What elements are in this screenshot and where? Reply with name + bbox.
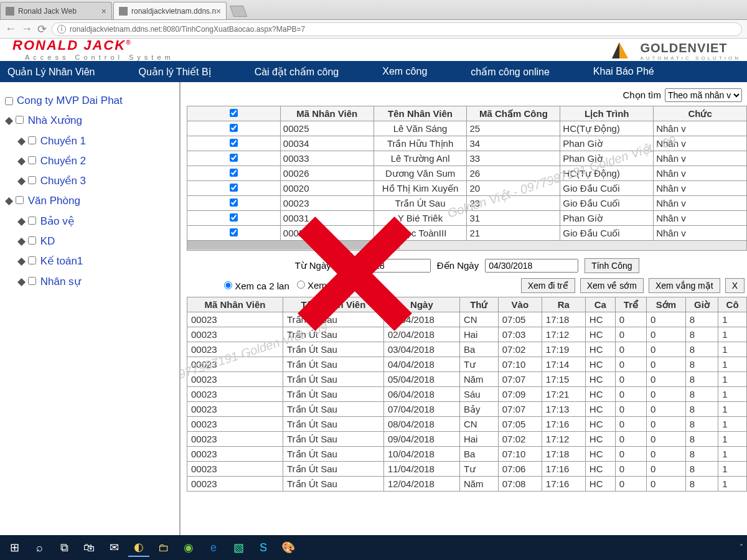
radio-2lan[interactable]: Xem ca 2 lan <box>224 281 289 291</box>
tree-leaf[interactable]: ◆ Nhân sự <box>17 272 174 292</box>
reload-icon[interactable]: ⟳ <box>37 22 47 36</box>
scrollbar-thumb[interactable] <box>187 241 400 250</box>
col-header: Thứ <box>459 297 498 312</box>
table-row[interactable]: 00023Trần Út Sau05/04/2018Năm07:0717:15H… <box>187 372 747 387</box>
edge-icon[interactable]: e <box>203 538 224 557</box>
app-icon-2[interactable]: ▧ <box>228 538 249 557</box>
system-tray[interactable]: ˄ <box>740 543 743 552</box>
nav-item-2[interactable]: Cài đặt chấm công <box>255 66 339 78</box>
view-button-0[interactable]: Xem đi trể <box>521 278 575 293</box>
new-tab-button[interactable] <box>230 6 248 17</box>
table-row[interactable]: 00023Trần Út Sau10/04/2018Ba07:1017:18HC… <box>187 447 747 462</box>
app-icon-1[interactable]: ◉ <box>178 538 199 557</box>
radio-6lan[interactable]: Xem ca 6 lần <box>297 280 362 291</box>
row-checkbox[interactable] <box>230 184 238 192</box>
explorer-icon[interactable]: 🗀 <box>153 538 174 557</box>
horiz-scrollbar[interactable] <box>187 241 747 251</box>
view-mode-radios: Xem ca 2 lan Xem ca 6 lần <box>224 280 362 291</box>
row-checkbox[interactable] <box>230 198 238 207</box>
table-row[interactable]: 00023Trần Út Sau03/04/2018Ba07:0217:19HC… <box>187 342 747 357</box>
close-icon[interactable]: × <box>216 6 221 16</box>
tree-leaf[interactable]: ◆ Kế toán1 <box>17 251 174 271</box>
back-icon[interactable]: ← <box>5 22 16 35</box>
row-checkbox[interactable] <box>230 124 238 132</box>
table-row[interactable]: 00034Trần Hữu Thịnh34Phan GiờNhân v <box>187 136 747 151</box>
row-checkbox[interactable] <box>230 139 238 147</box>
skype-icon[interactable]: S <box>253 538 274 557</box>
mail-icon[interactable]: ✉ <box>103 538 125 557</box>
partner-logo: GOLDENVIET AUTOMATIC SOLUTION <box>612 41 741 61</box>
col-header: Vào <box>498 297 542 312</box>
col-header: Giờ <box>685 297 718 312</box>
nav-item-1[interactable]: Quản lý Thiết Bị <box>138 66 210 78</box>
tree-root[interactable]: Cong ty MVP Dai Phat <box>5 91 174 111</box>
table-row[interactable]: 00023Trần Út Sau02/04/2018Hai07:0317:12H… <box>187 327 747 342</box>
table-row[interactable]: 00025Lê Văn Sáng25HC(Tự Động)Nhân v <box>187 121 747 136</box>
row-checkbox[interactable] <box>230 154 238 162</box>
url-field[interactable]: i ronaldjackvietnam.ddns.net:8080/TinhCo… <box>52 22 742 36</box>
tree-leaf[interactable]: ◆ Chuyền 1 <box>17 131 174 151</box>
table-row[interactable]: 00023Trần Út Sau04/04/2018Tư07:1017:14HC… <box>187 357 747 372</box>
col-header: Ngày <box>383 297 459 312</box>
view-button-1[interactable]: Xem về sớm <box>580 278 644 293</box>
table-row[interactable]: 00023Trần Út Sau01/04/2018CN07:0517:18HC… <box>187 312 747 327</box>
start-icon[interactable]: ⊞ <box>4 538 25 557</box>
row-checkbox[interactable] <box>230 213 238 222</box>
nav-item-0[interactable]: Quản Lý Nhân Viên <box>7 66 95 78</box>
org-tree: Cong ty MVP Dai Phat◆ Nhà Xưởng◆ Chuyền … <box>5 91 174 292</box>
browser-tab-0[interactable]: Ronald Jack Web × <box>0 2 112 19</box>
store-icon[interactable]: 🛍 <box>78 538 100 557</box>
row-checkbox[interactable] <box>230 228 238 236</box>
table-row[interactable]: 00031Y Bié Triêk31Phan GiờNhân v <box>187 211 747 226</box>
row-checkbox[interactable] <box>230 169 238 177</box>
nav-item-3[interactable]: Xem công <box>382 66 427 77</box>
windows-taskbar: ⊞ ⌕ ⧉ 🛍 ✉ ◐ 🗀 ◉ e ▧ S 🎨 ˄ <box>0 535 747 560</box>
table-row[interactable]: 00023Trần Út Sau12/04/2018Năm07:0817:16H… <box>187 477 747 492</box>
filter-select[interactable]: Theo mã nhân v <box>665 88 742 102</box>
col-header: Lịch Trình <box>560 106 654 121</box>
table-row[interactable]: 00023Trần Út Sau07/04/2018Bảy07:0717:13H… <box>187 402 747 417</box>
brand-tagline: Access Control System <box>25 54 174 61</box>
table-row[interactable]: 00023Trần Út Sau11/04/2018Tư07:0617:16HC… <box>187 462 747 477</box>
tree-leaf[interactable]: ◆ Bảo vệ <box>17 212 174 231</box>
view-button-3[interactable]: X <box>725 278 745 293</box>
col-header: Tên Nhân Viên <box>374 106 467 121</box>
nav-item-4[interactable]: chấm công online <box>471 66 550 78</box>
select-all-checkbox[interactable] <box>230 109 238 117</box>
table-row[interactable]: 00026Dương Văn Sum26HC(Tự Động)Nhân v <box>187 166 747 181</box>
from-date-input[interactable] <box>337 259 431 273</box>
forward-icon[interactable]: → <box>21 22 32 35</box>
tray-chevron-icon[interactable]: ˄ <box>740 543 743 552</box>
table-row[interactable]: 00020Hồ Thị Kim Xuyến20Gio Đầu CuốiNhân … <box>187 181 747 196</box>
taskview-icon[interactable]: ⧉ <box>54 538 75 557</box>
table-row[interactable]: 00023Trần Út Sau06/04/2018Sáu07:0917:21H… <box>187 387 747 402</box>
table-row[interactable]: 00023Trần Út Sau08/04/2018CN07:0517:16HC… <box>187 417 747 432</box>
table-row[interactable]: 00023Trần Út Sau23Gio Đầu CuốiNhân v <box>187 196 747 211</box>
tree-node[interactable]: ◆ Văn Phòng <box>5 191 174 211</box>
view-button-2[interactable]: Xem vắng mặt <box>649 278 720 293</box>
page-icon <box>6 7 14 16</box>
browser-tab-1[interactable]: ronaldjackvietnam.ddns.n × <box>113 2 227 19</box>
to-date-input[interactable] <box>485 259 578 273</box>
col-header <box>187 106 281 121</box>
chrome-icon[interactable]: ◐ <box>128 538 149 557</box>
tree-leaf[interactable]: ◆ KD <box>17 231 174 251</box>
table-row[interactable]: 00033Lê Trường Anl33Phan GiờNhân v <box>187 151 747 166</box>
close-icon[interactable]: × <box>101 6 106 16</box>
calc-button[interactable]: Tính Công <box>585 258 639 273</box>
nav-item-5[interactable]: Khai Báo Phé <box>593 66 654 77</box>
table-row[interactable]: 00021Ngọc ToànIII21Gio Đầu CuốiNhân v <box>187 226 747 241</box>
sidebar: Cong ty MVP Dai Phat◆ Nhà Xưởng◆ Chuyền … <box>0 82 181 535</box>
main-nav: Quản Lý Nhân ViênQuản lý Thiết BịCài đặt… <box>0 61 747 82</box>
paint-icon[interactable]: 🎨 <box>278 538 299 557</box>
page-icon <box>119 7 128 16</box>
address-bar: ← → ⟳ i ronaldjackvietnam.ddns.net:8080/… <box>0 20 747 39</box>
info-icon[interactable]: i <box>57 25 66 34</box>
tree-leaf[interactable]: ◆ Chuyền 2 <box>17 151 174 171</box>
filter-row: Chọn tìm Theo mã nhân v <box>187 88 747 102</box>
search-icon[interactable]: ⌕ <box>29 538 50 557</box>
tree-node[interactable]: ◆ Nhà Xưởng <box>5 111 174 131</box>
table-row[interactable]: 00023Trần Út Sau09/04/2018Hai07:0217:12H… <box>187 432 747 447</box>
main-panel: Chọn tìm Theo mã nhân v Mã Nhân ViênTên … <box>181 82 747 535</box>
tree-leaf[interactable]: ◆ Chuyền 3 <box>17 171 174 191</box>
